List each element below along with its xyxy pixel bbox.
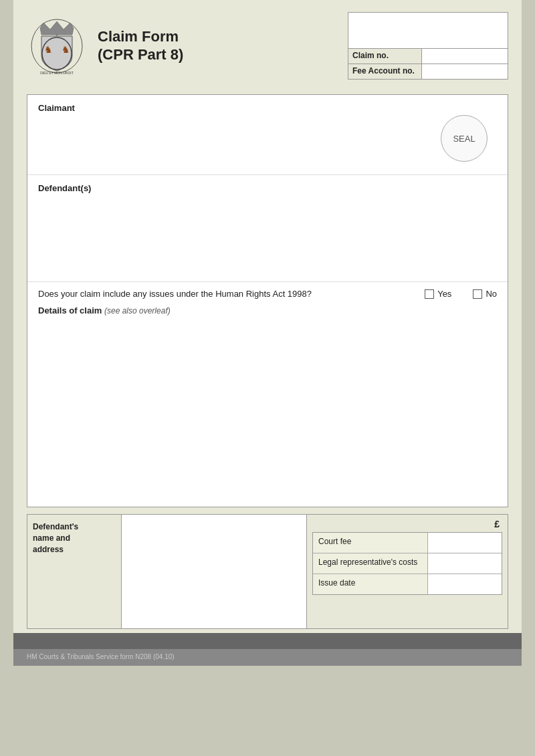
form-header: ⚜ 🦁 ♞ ♞ DIEU ET MON DROIT Claim Form (CP… xyxy=(13,0,522,88)
bottom-section: Defendant's name and address £ Court fee… xyxy=(27,514,508,629)
claim-no-label: Claim no. xyxy=(348,49,422,64)
claim-no-value[interactable] xyxy=(422,49,508,64)
court-fee-label: Court fee xyxy=(313,533,428,553)
defendant-address-label: Defendant's name and address xyxy=(33,521,116,555)
defendant-address-col: Defendant's name and address xyxy=(27,515,121,628)
defendant-address-box[interactable] xyxy=(121,515,307,628)
fee-account-row: Fee Account no. xyxy=(348,64,508,80)
yes-checkbox[interactable] xyxy=(425,289,434,299)
human-rights-question: Does your claim include any issues under… xyxy=(38,289,417,299)
details-of-claim-label: Details of claim (see also overleaf) xyxy=(27,303,508,320)
yes-label: Yes xyxy=(437,289,451,299)
details-area[interactable] xyxy=(27,320,508,507)
issue-date-row: Issue date xyxy=(313,574,502,594)
court-fee-value[interactable] xyxy=(428,533,502,553)
details-note: (see also overleaf) xyxy=(104,306,171,316)
coat-of-arms-icon: ⚜ 🦁 ♞ ♞ DIEU ET MON DROIT xyxy=(27,16,87,76)
no-checkbox[interactable] xyxy=(473,289,482,299)
yes-checkbox-group[interactable]: Yes xyxy=(425,289,451,299)
footer-text: HM Courts & Tribunals Service form N208 … xyxy=(13,649,522,666)
legal-costs-value[interactable] xyxy=(428,553,502,574)
svg-text:♞: ♞ xyxy=(44,44,53,55)
no-label: No xyxy=(486,289,497,299)
header-top-box xyxy=(348,12,508,49)
svg-text:DIEU ET MON DROIT: DIEU ET MON DROIT xyxy=(40,71,74,75)
main-form: Claimant SEAL Defendant(s) Does your cla… xyxy=(27,94,508,507)
legal-costs-row: Legal representative's costs xyxy=(313,553,502,574)
claimant-section: Claimant SEAL xyxy=(27,95,508,175)
svg-text:♞: ♞ xyxy=(62,44,70,55)
human-rights-row: Does your claim include any issues under… xyxy=(27,282,508,303)
defendant-label: Defendant(s) xyxy=(38,183,497,193)
claimant-label: Claimant xyxy=(38,103,497,113)
no-checkbox-group[interactable]: No xyxy=(473,289,497,299)
legal-costs-label: Legal representative's costs xyxy=(313,553,428,574)
defendant-section: Defendant(s) xyxy=(27,175,508,282)
court-fee-row: Court fee xyxy=(313,533,502,553)
fee-account-label: Fee Account no. xyxy=(348,64,422,79)
currency-symbol: £ xyxy=(312,519,502,532)
issue-date-label: Issue date xyxy=(313,574,428,594)
fee-account-value[interactable] xyxy=(422,64,508,79)
header-left: ⚜ 🦁 ♞ ♞ DIEU ET MON DROIT Claim Form (CP… xyxy=(27,12,334,80)
form-title-block: Claim Form (CPR Part 8) xyxy=(98,28,183,64)
footer-bar xyxy=(13,633,522,649)
claim-no-row: Claim no. xyxy=(348,49,508,64)
fees-table: Court fee Legal representative's costs I… xyxy=(312,532,502,595)
form-title: Claim Form (CPR Part 8) xyxy=(98,28,183,64)
header-right: Claim no. Fee Account no. xyxy=(348,12,508,80)
fees-column: £ Court fee Legal representative's costs… xyxy=(307,515,508,628)
seal-circle: SEAL xyxy=(441,115,488,162)
issue-date-value[interactable] xyxy=(428,574,502,594)
seal-text: SEAL xyxy=(453,134,475,144)
